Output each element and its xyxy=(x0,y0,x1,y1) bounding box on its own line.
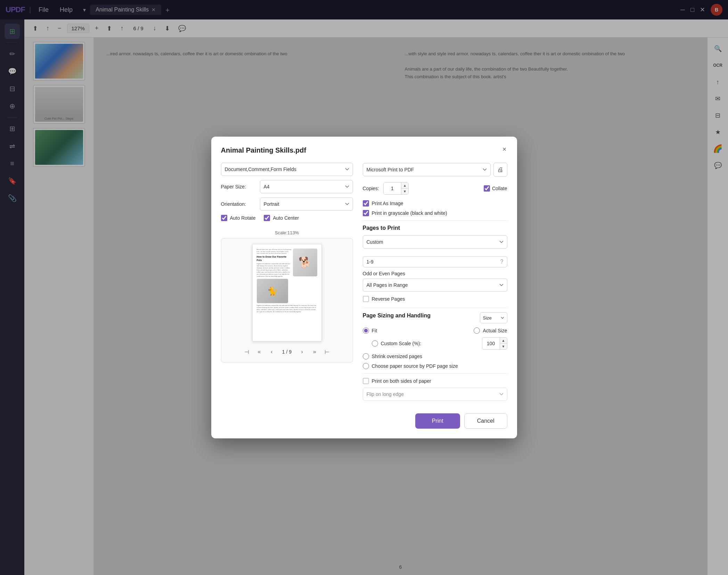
custom-scale-row: Custom Scale (%): ▲ ▼ xyxy=(363,337,507,350)
divider-1 xyxy=(363,220,507,221)
paper-source-radio[interactable] xyxy=(363,363,369,369)
auto-center-row: Auto Center xyxy=(264,215,299,221)
page-sizing-title: Page Sizing and Handling xyxy=(363,313,431,319)
modal-footer: Print Cancel xyxy=(363,413,507,429)
scale-spinners: ▲ ▼ xyxy=(500,338,507,349)
pages-to-print-title: Pages to Print xyxy=(363,225,507,231)
printer-icon-button[interactable]: 🖨 xyxy=(493,163,507,177)
divider-2 xyxy=(363,308,507,308)
shrink-radio[interactable] xyxy=(363,353,369,359)
print-as-image-row: Print As Image xyxy=(363,200,507,206)
scale-input[interactable] xyxy=(482,338,500,349)
print-grayscale-row: Print in grayscale (black and white) xyxy=(363,210,507,216)
auto-center-checkbox[interactable] xyxy=(264,215,270,221)
odd-even-label: Odd or Even Pages xyxy=(363,271,507,276)
odd-even-select[interactable]: All Pages in Range Odd Pages Only Even P… xyxy=(363,278,507,292)
size-type-select[interactable]: Size Tile Multiple Booklet xyxy=(480,312,507,323)
content-select[interactable]: Document,Comment,Form Fields xyxy=(221,163,353,176)
cancel-button[interactable]: Cancel xyxy=(464,413,507,429)
pag-prev-skip-button[interactable]: « xyxy=(254,347,264,357)
copies-down-button[interactable]: ▼ xyxy=(401,188,408,194)
printer-row: Microsoft Print to PDF Adobe PDF OneNote… xyxy=(363,163,507,177)
fit-radio[interactable] xyxy=(363,327,369,334)
preview-page: 🐕 Animals have been part of human art fo… xyxy=(252,244,322,341)
modal-body: Document,Comment,Form Fields Paper Size:… xyxy=(221,163,507,429)
pag-next-button[interactable]: › xyxy=(297,347,307,357)
pages-dropdown-wrap: Custom All Current Page xyxy=(363,235,507,253)
pag-display: 1 / 9 xyxy=(279,348,294,356)
print-as-image-checkbox[interactable] xyxy=(363,200,369,206)
print-button[interactable]: Print xyxy=(415,413,460,429)
scale-down-button[interactable]: ▼ xyxy=(500,343,507,349)
actual-size-label: Actual Size xyxy=(483,328,507,333)
auto-rotate-row: Auto Rotate xyxy=(221,215,256,221)
reverse-pages-label: Reverse Pages xyxy=(372,296,405,302)
pag-first-button[interactable]: ⊣ xyxy=(242,347,252,357)
preview-content: 🐕 Animals have been part of human art fo… xyxy=(253,244,321,317)
pages-range-input[interactable] xyxy=(367,259,498,265)
copies-input-wrap: ▲ ▼ xyxy=(383,182,409,195)
copies-spinners: ▲ ▼ xyxy=(401,183,408,194)
collate-label: Collate xyxy=(492,186,507,191)
paper-source-radio-row: Choose paper source by PDF page size xyxy=(363,363,507,369)
copies-row: Copies: ▲ ▼ Collate xyxy=(363,182,507,195)
shrink-radio-row: Shrink oversized pages xyxy=(363,353,507,359)
custom-scale-radio[interactable] xyxy=(372,340,378,347)
collate-check: Collate xyxy=(484,185,507,192)
scale-label: Scale:113% xyxy=(221,230,353,235)
pag-prev-button[interactable]: ‹ xyxy=(267,347,277,357)
actual-size-radio[interactable] xyxy=(474,327,480,334)
preview-dog-image: 🐕 xyxy=(293,249,317,276)
copies-label: Copies: xyxy=(363,186,379,191)
scale-input-wrap: ▲ ▼ xyxy=(482,337,507,350)
fit-radio-row: Fit Actual Size xyxy=(363,327,507,334)
orientation-select[interactable]: Portrait Landscape xyxy=(260,197,353,211)
fit-label: Fit xyxy=(372,328,377,333)
pages-input-wrap: ? xyxy=(363,256,507,267)
pages-type-select[interactable]: Custom All Current Page xyxy=(363,235,507,249)
print-dialog: Animal Painting Skills.pdf × Document,Co… xyxy=(211,137,517,438)
printer-select-wrap: Microsoft Print to PDF Adobe PDF OneNote xyxy=(363,163,491,176)
print-grayscale-checkbox[interactable] xyxy=(363,210,369,216)
auto-rotate-label: Auto Rotate xyxy=(230,215,256,221)
modal-title: Animal Painting Skills.pdf xyxy=(221,146,507,154)
print-grayscale-label: Print in grayscale (black and white) xyxy=(372,210,447,216)
printer-select[interactable]: Microsoft Print to PDF Adobe PDF OneNote xyxy=(363,163,491,176)
pag-next-skip-button[interactable]: » xyxy=(310,347,319,357)
both-sides-row: Print on both sides of paper xyxy=(363,378,507,384)
collate-checkbox[interactable] xyxy=(484,185,490,192)
both-sides-label: Print on both sides of paper xyxy=(372,378,431,384)
auto-rotate-checkbox[interactable] xyxy=(221,215,227,221)
divider-3 xyxy=(363,373,507,374)
copies-input[interactable] xyxy=(384,183,401,194)
paper-size-row: Paper Size: A4 Letter Legal xyxy=(221,180,353,193)
preview-cat-image: 🐈 xyxy=(257,279,288,303)
modal-overlay: Animal Painting Skills.pdf × Document,Co… xyxy=(0,0,728,575)
both-sides-checkbox[interactable] xyxy=(363,378,369,384)
modal-close-button[interactable]: × xyxy=(499,144,510,155)
paper-size-label: Paper Size: xyxy=(221,184,256,189)
preview-area: 🐕 Animals have been part of human art fo… xyxy=(221,238,353,363)
reverse-pages-row: Reverse Pages xyxy=(363,296,507,302)
auto-center-label: Auto Center xyxy=(273,215,299,221)
orientation-row: Orientation: Portrait Landscape xyxy=(221,197,353,211)
page-sizing-header: Page Sizing and Handling Size Tile Multi… xyxy=(363,312,507,323)
orientation-label: Orientation: xyxy=(221,201,256,207)
preview-pagination: ⊣ « ‹ 1 / 9 › » ⊢ xyxy=(242,347,332,357)
copies-up-button[interactable]: ▲ xyxy=(401,183,408,188)
print-as-image-label: Print As Image xyxy=(372,201,403,206)
paper-size-select[interactable]: A4 Letter Legal xyxy=(260,180,353,193)
pages-help-icon: ? xyxy=(500,259,504,265)
pag-last-button[interactable]: ⊢ xyxy=(322,347,332,357)
custom-scale-label: Custom Scale (%): xyxy=(381,341,422,346)
scale-up-button[interactable]: ▲ xyxy=(500,338,507,343)
reverse-pages-checkbox[interactable] xyxy=(363,296,369,302)
modal-left-panel: Document,Comment,Form Fields Paper Size:… xyxy=(221,163,353,429)
modal-right-panel: Microsoft Print to PDF Adobe PDF OneNote… xyxy=(363,163,507,429)
flip-select[interactable]: Flip on long edge Flip on short edge xyxy=(363,388,507,401)
paper-source-label: Choose paper source by PDF page size xyxy=(372,363,458,369)
shrink-label: Shrink oversized pages xyxy=(372,354,423,359)
